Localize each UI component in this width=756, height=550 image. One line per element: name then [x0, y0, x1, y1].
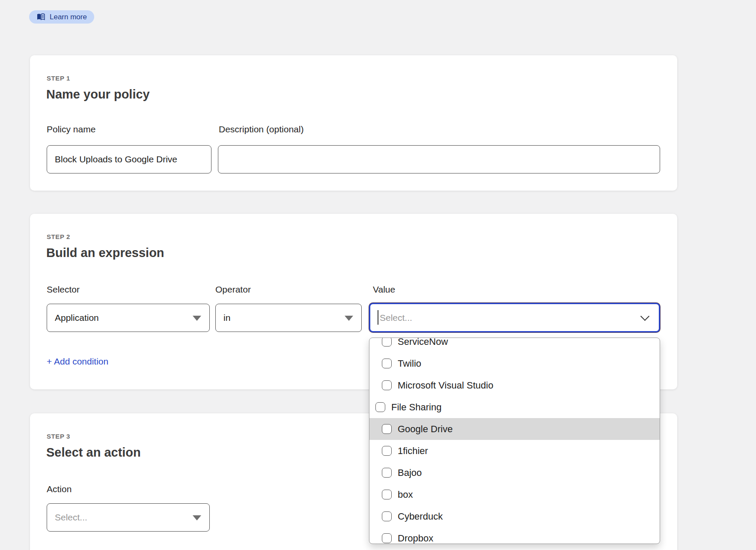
dropdown-option-box[interactable]: box [369, 484, 660, 505]
dropdown-option-dropbox[interactable]: Dropbox [369, 527, 660, 544]
dropdown-option-file-sharing[interactable]: File Sharing [369, 396, 660, 418]
description-label: Description (optional) [219, 124, 304, 135]
learn-more-label: Learn more [50, 13, 87, 21]
selector-label: Selector [47, 284, 80, 295]
action-dropdown-placeholder: Select... [55, 512, 87, 523]
checkbox-icon[interactable] [382, 424, 392, 434]
step1-label: STEP 1 [47, 75, 70, 82]
dropdown-option-bajoo[interactable]: Bajoo [369, 462, 660, 484]
checkbox-icon[interactable] [382, 446, 392, 456]
dropdown-option-cyberduck[interactable]: Cyberduck [369, 505, 660, 527]
operator-dropdown[interactable]: in [215, 304, 362, 332]
checkbox-icon[interactable] [375, 402, 385, 412]
dropdown-arrow-icon [193, 515, 201, 520]
text-cursor [378, 310, 378, 325]
dropdown-arrow-icon [345, 316, 353, 321]
value-label: Value [373, 284, 395, 295]
checkbox-icon[interactable] [382, 380, 392, 390]
chevron-down-icon[interactable] [640, 311, 649, 320]
dropdown-arrow-icon [193, 316, 201, 321]
learn-more-button[interactable]: Learn more [29, 10, 94, 24]
action-label: Action [47, 484, 71, 495]
dropdown-option-1fichier[interactable]: 1fichier [369, 440, 660, 462]
description-input[interactable] [218, 145, 660, 173]
operator-dropdown-value: in [223, 313, 230, 323]
dropdown-option-servicenow[interactable]: ServiceNow [369, 338, 660, 353]
dropdown-option-microsoft-visual-studio[interactable]: Microsoft Visual Studio [369, 374, 660, 396]
operator-label: Operator [215, 284, 251, 295]
selector-dropdown-value: Application [55, 313, 99, 323]
value-placeholder: Select... [378, 313, 412, 323]
value-multiselect-input[interactable]: Select... [369, 303, 660, 332]
checkbox-icon[interactable] [382, 511, 392, 521]
dropdown-list: ServiceNow Twilio Microsoft Visual Studi… [369, 338, 660, 544]
selector-dropdown[interactable]: Application [47, 304, 210, 332]
checkbox-icon[interactable] [382, 490, 392, 499]
checkbox-icon[interactable] [382, 468, 392, 478]
add-condition-link[interactable]: + Add condition [47, 356, 108, 367]
step2-label: STEP 2 [47, 233, 70, 240]
step3-label: STEP 3 [47, 433, 70, 440]
action-dropdown[interactable]: Select... [47, 503, 210, 532]
step1-title: Name your policy [46, 86, 150, 102]
step1-card: STEP 1 Name your policy Policy name Desc… [30, 55, 677, 191]
checkbox-icon[interactable] [382, 338, 392, 347]
dropdown-option-twilio[interactable]: Twilio [369, 353, 660, 374]
checkbox-icon[interactable] [382, 533, 392, 543]
policy-name-label: Policy name [47, 124, 95, 135]
dropdown-option-google-drive[interactable]: Google Drive [369, 418, 660, 440]
step2-title: Build an expression [46, 245, 164, 261]
step3-title: Select an action [46, 444, 141, 460]
book-icon [36, 13, 45, 21]
policy-name-input[interactable] [47, 145, 211, 173]
checkbox-icon[interactable] [382, 359, 392, 368]
value-dropdown-panel: ServiceNow Twilio Microsoft Visual Studi… [369, 338, 660, 544]
